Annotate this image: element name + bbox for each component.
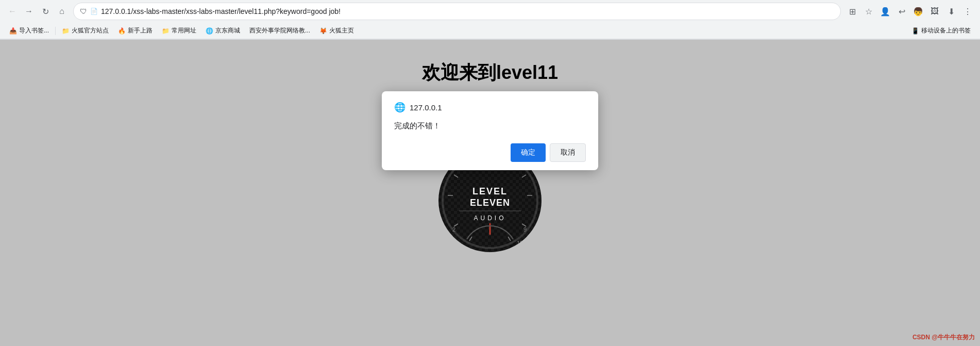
dialog-header: 🌐 127.0.0.1 <box>394 102 586 113</box>
bookmark-mobile-label: 移动设备上的书签 <box>921 26 971 35</box>
fire-icon: 🔥 <box>118 27 126 35</box>
bookmark-xian-school[interactable]: 西安外事学院网络教... <box>245 25 314 37</box>
bookmark-divider <box>55 27 56 35</box>
watermark: CSDN @牛牛牛在努力 <box>913 333 975 342</box>
page-icon: 📄 <box>90 8 98 15</box>
bookmark-huhu-official[interactable]: 📁 火狐官方站点 <box>58 25 113 37</box>
forward-button[interactable]: → <box>22 4 36 19</box>
shield-icon: 🛡 <box>80 7 87 15</box>
profile-button[interactable]: 👦 <box>911 4 925 19</box>
bookmark-star-button[interactable]: ☆ <box>861 4 876 19</box>
account-button[interactable]: 👤 <box>878 4 892 19</box>
dialog-box: 🌐 127.0.0.1 完成的不错！ 确定 取消 <box>382 91 598 170</box>
bookmarks-bar: 📥 导入书签... 📁 火狐官方站点 🔥 新手上路 📁 常用网址 🌐 京东商城 … <box>0 23 980 39</box>
bookmark-import[interactable]: 📥 导入书签... <box>5 25 53 37</box>
page-content: 欢迎来到level11 没有找到和good job!相关的结果. <box>0 40 980 346</box>
folder-icon: 📁 <box>162 27 170 35</box>
bookmark-huhu-official-label: 火狐官方站点 <box>72 26 109 35</box>
dialog-buttons: 确定 取消 <box>394 143 586 162</box>
bookmark-new-user-label: 新手上路 <box>128 26 153 35</box>
bookmark-common-sites-label: 常用网址 <box>172 26 196 35</box>
reload-button[interactable]: ↻ <box>38 4 53 19</box>
download-button[interactable]: ⬇ <box>944 4 958 19</box>
confirm-button[interactable]: 确定 <box>511 143 546 162</box>
dialog-origin: 127.0.0.1 <box>410 103 442 112</box>
home-button[interactable]: ⌂ <box>55 4 69 19</box>
photo-button[interactable]: 🖼 <box>927 4 942 19</box>
menu-button[interactable]: ⋮ <box>960 4 975 19</box>
browser-actions: ⊞ ☆ 👤 ↩ 👦 🖼 ⬇ ⋮ <box>845 4 975 19</box>
bookmark-import-label: 导入书签... <box>19 26 49 35</box>
bookmark-mobile[interactable]: 📱 移动设备上的书签 <box>907 25 975 37</box>
dialog-message: 完成的不错！ <box>394 121 586 131</box>
address-bar[interactable]: 🛡 📄 127.0.0.1/xss-labs-master/xss-labs-m… <box>73 3 841 20</box>
nav-buttons: ← → ↻ ⌂ <box>5 4 69 19</box>
bookmark-huhu-home[interactable]: 🦊 火狐主页 <box>315 25 358 37</box>
globe-icon: 🌐 <box>206 27 213 35</box>
browser-chrome: ← → ↻ ⌂ 🛡 📄 127.0.0.1/xss-labs-master/xs… <box>0 0 980 40</box>
globe-dialog-icon: 🌐 <box>394 102 405 113</box>
bookmark-new-user[interactable]: 🔥 新手上路 <box>114 25 157 37</box>
import-icon: 📥 <box>9 27 17 35</box>
bookmark-common-sites[interactable]: 📁 常用网址 <box>158 25 200 37</box>
url-text: 127.0.0.1/xss-labs-master/xss-labs-maste… <box>101 7 834 15</box>
dialog-overlay: 🌐 127.0.0.1 完成的不错！ 确定 取消 <box>0 40 980 346</box>
bookmark-huhu-home-label: 火狐主页 <box>329 26 354 35</box>
fox-home-icon: 🦊 <box>319 27 327 35</box>
bookmark-jd-label: 京东商城 <box>215 26 240 35</box>
browser-toolbar: ← → ↻ ⌂ 🛡 📄 127.0.0.1/xss-labs-master/xs… <box>0 0 980 23</box>
qr-button[interactable]: ⊞ <box>845 4 859 19</box>
cancel-button[interactable]: 取消 <box>550 143 586 162</box>
mobile-icon: 📱 <box>911 27 919 35</box>
bookmark-jd[interactable]: 🌐 京东商城 <box>201 25 244 37</box>
fox-icon: 📁 <box>62 27 70 35</box>
bookmark-xian-school-label: 西安外事学院网络教... <box>249 26 310 35</box>
history-button[interactable]: ↩ <box>894 4 909 19</box>
back-button[interactable]: ← <box>5 4 20 19</box>
